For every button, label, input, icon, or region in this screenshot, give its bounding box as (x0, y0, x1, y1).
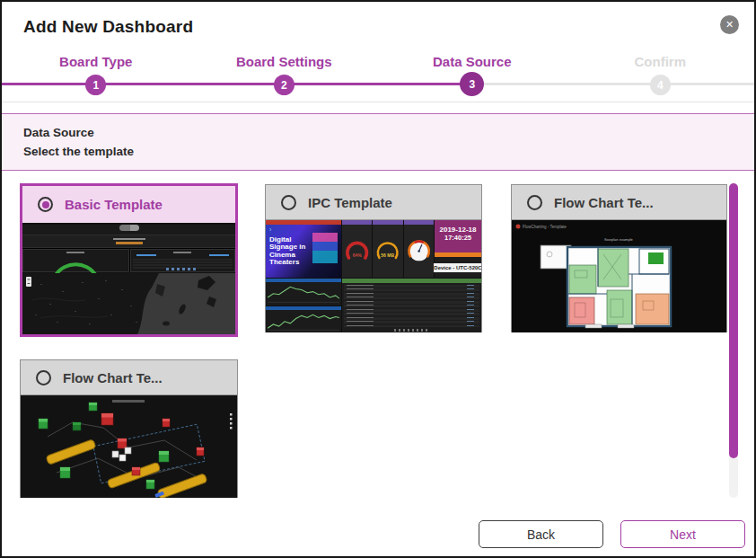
camera-headline: Digital Signage in Cinema Theaters (269, 236, 312, 267)
step-confirm[interactable]: Confirm 4 (567, 54, 755, 96)
step-number-badge: 2 (274, 75, 294, 95)
wizard-stepper: Board Type 1 Board Settings 2 Data Sourc… (2, 2, 754, 102)
template-card-basic[interactable]: Basic Template (20, 183, 238, 337)
template-card-flowchart-floorplan[interactable]: Flow Chart Te... FlowCharting - Template… (511, 184, 727, 332)
section-title: Data Source (23, 123, 733, 142)
isometric-flow-graphic (21, 395, 237, 498)
floorplan-graphic: FlowCharting - Template floorplan exampl… (512, 220, 726, 332)
step-number-badge: 1 (85, 75, 106, 95)
datetime-panel: 2019-12-18 17:40:25 Device - UTC-520C (435, 220, 481, 278)
svg-text:56 MB: 56 MB (382, 252, 395, 258)
pagination-dots (166, 268, 198, 270)
step-label: Data Source (433, 54, 512, 69)
table-rows-placeholder (344, 285, 479, 327)
template-card-ipc[interactable]: IPC Template › Digital Signage in Cinema… (265, 184, 482, 332)
line-chart-column (266, 279, 341, 332)
panel-title-placeholder (66, 252, 84, 253)
card-label: IPC Template (308, 195, 392, 210)
link-placeholder (116, 242, 143, 244)
step-number-badge: 4 (650, 75, 671, 95)
card-label: Basic Template (65, 197, 163, 212)
toggle-pill-icon (119, 225, 139, 231)
table-header-placeholder (131, 254, 235, 256)
memory-gauge-panel: 56 MB (373, 220, 402, 278)
thumbnail-isometric-flow (21, 395, 237, 498)
cpu-history-chart (266, 279, 341, 306)
svg-text:64%: 64% (353, 252, 363, 258)
radio-dot (532, 199, 539, 206)
log-table-panel (342, 279, 481, 332)
thumb-infobar (22, 235, 235, 248)
radio-unselected-icon[interactable] (527, 195, 542, 210)
pagination-dots (394, 329, 430, 332)
chevron-right-icon: › (269, 226, 271, 233)
date-text: 2019-12-18 (435, 226, 481, 234)
world-map (22, 273, 235, 334)
card-label: Flow Chart Te... (554, 195, 654, 210)
next-button-label: Next (670, 527, 696, 542)
step-label: Confirm (635, 54, 687, 69)
section-subtitle: Select the template (23, 142, 733, 161)
map-panel (22, 273, 235, 334)
step-label: Board Type (59, 54, 132, 69)
thumbnail-basic-template (22, 223, 235, 334)
step-label: Board Settings (236, 54, 332, 69)
radio-dot (42, 201, 49, 208)
step-data-source[interactable]: Data Source 3 (378, 54, 567, 96)
line-chart (266, 310, 341, 333)
radio-unselected-icon[interactable] (36, 370, 51, 385)
device-name: Device - UTC-520C (431, 263, 481, 272)
time-text: 17:40:25 (435, 234, 481, 242)
radio-unselected-icon[interactable] (281, 195, 296, 210)
panel-header-red (266, 220, 341, 225)
memory-gauge: 56 MB (373, 225, 402, 278)
divider (2, 102, 754, 102)
card-header: IPC Template (266, 185, 481, 220)
radio-dot (286, 199, 293, 206)
gauge-panel (22, 249, 129, 272)
card-header: Flow Chart Te... (512, 185, 726, 220)
section-banner: Data Source Select the template (2, 113, 754, 171)
line-chart (266, 282, 341, 306)
memory-history-chart (266, 306, 341, 333)
speedometer-gauge (404, 225, 434, 278)
panel-title-placeholder (173, 252, 191, 253)
camera-panel: › Digital Signage in Cinema Theaters (266, 220, 341, 278)
cpu-gauge: 64% (342, 225, 372, 278)
step-number-badge: 3 (460, 72, 484, 96)
thumbnail-ipc-template: › Digital Signage in Cinema Theaters 64% (266, 220, 481, 332)
thumb-topbar (22, 225, 235, 235)
cinema-screen-graphic (312, 233, 338, 263)
device-panel: Device - UTC-520C (435, 257, 481, 278)
add-dashboard-dialog: Add New Dashboard ✕ Board Type 1 Board S… (0, 0, 756, 558)
thumbnail-floorplan: FlowCharting - Template floorplan exampl… (512, 220, 726, 332)
temperature-gauge-panel (404, 220, 434, 278)
next-button[interactable]: Next (620, 520, 745, 548)
card-header: Flow Chart Te... (21, 360, 237, 395)
svg-text:FlowCharting - Template: FlowCharting - Template (523, 225, 567, 229)
scrollbar-thumb[interactable] (729, 183, 738, 458)
svg-text:floorplan example: floorplan example (604, 237, 633, 242)
event-table-panel (130, 249, 236, 272)
back-button[interactable]: Back (479, 520, 603, 548)
step-board-type[interactable]: Board Type 1 (2, 54, 190, 96)
radio-dot (40, 374, 48, 381)
cpu-gauge-panel: 64% (342, 220, 372, 278)
card-label: Flow Chart Te... (63, 370, 163, 385)
template-card-flowchart-isometric[interactable]: Flow Chart Te... (20, 359, 238, 498)
back-button-label: Back (527, 527, 555, 542)
panel-header-green (342, 279, 481, 283)
card-header: Basic Template (22, 186, 235, 223)
text-placeholder (113, 238, 145, 240)
date-time-block: 2019-12-18 17:40:25 (435, 220, 481, 252)
radio-selected-icon[interactable] (38, 197, 53, 212)
step-board-settings[interactable]: Board Settings 2 (190, 54, 379, 96)
